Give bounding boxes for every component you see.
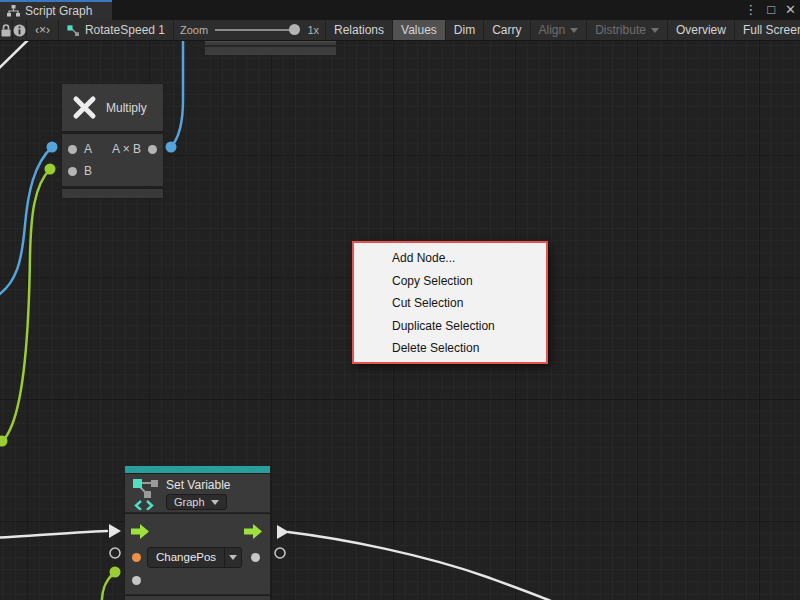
lock-icon xyxy=(0,24,12,37)
menu-item-copy-selection[interactable]: Copy Selection xyxy=(354,270,546,293)
output-port[interactable] xyxy=(148,145,157,154)
graph-toolbar: ‹×› RotateSpeed 1 Zoom 1x Relations Valu… xyxy=(0,20,800,41)
multiply-node-header[interactable]: Multiply xyxy=(62,84,163,131)
toolbar-button-values[interactable]: Values xyxy=(393,20,446,40)
info-button[interactable] xyxy=(13,20,27,40)
white-flow-wire-in[interactable] xyxy=(0,531,107,538)
graph-icon xyxy=(7,5,20,17)
blue-wire-endpoint-out[interactable] xyxy=(166,142,177,153)
set-variable-node[interactable]: Set Variable Graph ChangePos xyxy=(125,466,270,600)
button-label: Carry xyxy=(492,23,521,37)
menu-item-add-node[interactable]: Add Node... xyxy=(354,247,546,270)
variable-scope-dropdown[interactable]: Graph xyxy=(166,494,227,510)
button-label: Dim xyxy=(454,23,475,37)
green-wire-endpoint-setvar[interactable] xyxy=(110,567,121,578)
flow-output-arrow-icon[interactable] xyxy=(244,524,262,539)
button-label: Distribute xyxy=(595,23,646,37)
set-variable-icon xyxy=(132,478,160,510)
variable-input-port[interactable] xyxy=(132,553,141,562)
blue-wire-left[interactable] xyxy=(0,147,52,298)
value-input-port[interactable] xyxy=(132,576,141,585)
variable-value-row: ChangePos xyxy=(125,544,270,570)
flow-port-row xyxy=(125,520,270,544)
variable-scope-label: Graph xyxy=(174,496,205,508)
code-view-icon: ‹×› xyxy=(35,23,50,37)
multiply-node[interactable]: Multiply A A × B B xyxy=(62,84,163,198)
set-variable-header[interactable]: Set Variable Graph xyxy=(125,474,270,512)
flow-arrowhead-in[interactable] xyxy=(109,524,121,538)
port-label-out: A × B xyxy=(112,142,141,156)
toolbar-button-align[interactable]: Align xyxy=(531,20,588,40)
port-label-a: A xyxy=(84,142,92,156)
zoom-value: 1x xyxy=(307,24,319,36)
menu-item-duplicate-selection[interactable]: Duplicate Selection xyxy=(354,315,546,338)
blue-wire-top[interactable] xyxy=(171,38,183,147)
input-port-a[interactable] xyxy=(68,145,77,154)
button-label: Relations xyxy=(334,23,384,37)
code-view-button[interactable]: ‹×› xyxy=(27,20,59,40)
tab-script-graph[interactable]: Script Graph xyxy=(0,0,112,20)
variable-dropdown-button[interactable] xyxy=(224,548,241,567)
button-label: Align xyxy=(539,23,566,37)
port-label-b: B xyxy=(84,164,92,178)
set-variable-footer xyxy=(125,596,270,600)
info-icon xyxy=(13,24,26,37)
multiply-node-title: Multiply xyxy=(106,101,147,115)
menu-item-delete-selection[interactable]: Delete Selection xyxy=(354,337,546,360)
window-maximize-icon[interactable]: □ xyxy=(767,0,775,20)
window-menu-icon[interactable]: ⋮ xyxy=(744,0,757,20)
chevron-down-icon xyxy=(570,28,578,33)
set-variable-color-bar xyxy=(125,466,270,474)
set-variable-body: ChangePos xyxy=(125,514,270,594)
multiply-x-icon xyxy=(71,94,98,121)
breadcrumb[interactable]: RotateSpeed 1 xyxy=(59,20,174,40)
title-bar: Script Graph ⋮ □ ✕ xyxy=(0,0,800,20)
toolbar-button-relations[interactable]: Relations xyxy=(326,20,393,40)
toolbar-button-dim[interactable]: Dim xyxy=(446,20,484,40)
button-label: Overview xyxy=(676,23,726,37)
button-label: Values xyxy=(401,23,437,37)
breadcrumb-label: RotateSpeed 1 xyxy=(85,23,165,37)
variable-name-dropdown[interactable]: ChangePos xyxy=(147,547,242,568)
chevron-down-icon xyxy=(651,28,659,33)
input-port-b[interactable] xyxy=(68,167,77,176)
white-flow-wire-out[interactable] xyxy=(288,532,560,600)
zoom-control: Zoom 1x xyxy=(174,20,326,40)
white-wire-topleft[interactable] xyxy=(0,37,31,73)
window-close-icon[interactable]: ✕ xyxy=(785,0,796,20)
toolbar-button-distribute[interactable]: Distribute xyxy=(587,20,668,40)
multiply-port-row-b: B xyxy=(62,160,163,182)
multiply-node-footer xyxy=(62,189,163,198)
lock-button[interactable] xyxy=(0,20,13,40)
unconnected-port-ring-right[interactable] xyxy=(275,548,285,558)
toolbar-button-carry[interactable]: Carry xyxy=(484,20,530,40)
multiply-node-body: A A × B B xyxy=(62,134,163,186)
zoom-slider-handle[interactable] xyxy=(289,24,300,35)
multiply-port-row-a: A A × B xyxy=(62,138,163,160)
context-menu: Add Node... Copy Selection Cut Selection… xyxy=(352,241,548,364)
green-wire-endpoint-b[interactable] xyxy=(45,164,56,175)
toolbar-button-full-screen[interactable]: Full Screen xyxy=(735,20,800,40)
flow-input-arrow-icon[interactable] xyxy=(131,524,149,539)
value-output-port[interactable] xyxy=(251,553,260,562)
green-wire-bottom[interactable] xyxy=(102,574,113,600)
zoom-label: Zoom xyxy=(180,24,208,36)
button-label: Full Screen xyxy=(743,23,800,37)
tab-label: Script Graph xyxy=(25,4,92,18)
chevron-down-icon xyxy=(211,500,219,505)
menu-item-cut-selection[interactable]: Cut Selection xyxy=(354,292,546,315)
flow-arrowhead-out[interactable] xyxy=(277,525,289,539)
blue-wire-endpoint-a[interactable] xyxy=(47,142,58,153)
variable-name-label: ChangePos xyxy=(148,548,224,567)
chevron-down-icon xyxy=(229,555,237,560)
value-input-row xyxy=(125,570,270,590)
zoom-slider[interactable] xyxy=(215,29,298,31)
unconnected-port-ring-left[interactable] xyxy=(110,548,120,558)
set-variable-title: Set Variable xyxy=(166,478,230,492)
toolbar-button-overview[interactable]: Overview xyxy=(668,20,735,40)
graph-node-icon xyxy=(67,24,79,37)
